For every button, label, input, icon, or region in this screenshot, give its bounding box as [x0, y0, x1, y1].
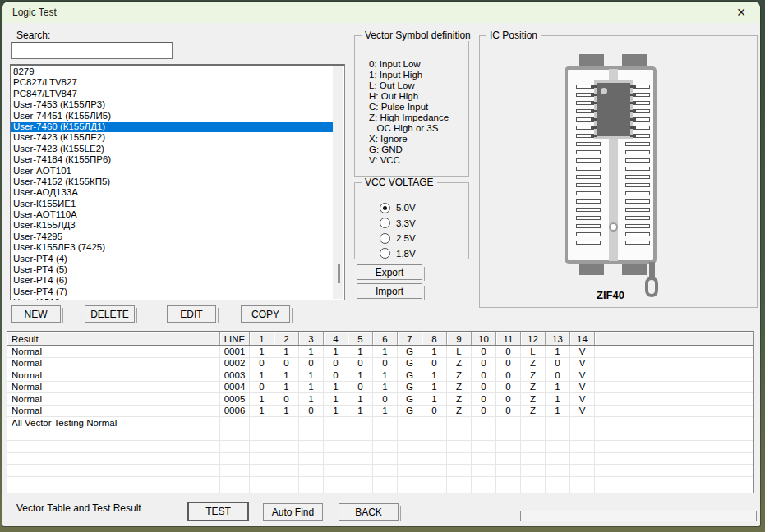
- list-item[interactable]: User-AOT101: [11, 166, 333, 177]
- list-item[interactable]: User-74451 (К155ЛИ5): [11, 111, 333, 122]
- list-item[interactable]: User-РТ4 (6): [11, 275, 333, 286]
- search-input[interactable]: [11, 42, 173, 59]
- pin-cell: [274, 453, 299, 465]
- pin-cell: 1: [299, 382, 324, 393]
- line-cell: [220, 453, 250, 465]
- table-row[interactable]: All Vector Testing Normal: [7, 417, 753, 429]
- list-item[interactable]: User-К155ЛЕ3 (7425): [11, 242, 333, 253]
- pin-cell: [274, 417, 299, 429]
- list-item[interactable]: PC847/LTV847: [11, 89, 333, 99]
- chip-pin-tick: [630, 94, 636, 96]
- close-button[interactable]: ✕: [726, 3, 756, 21]
- table-row[interactable]: [7, 465, 753, 477]
- device-list[interactable]: 8279PC827/LTV827PC847/LTV847User-7453 (К…: [10, 64, 345, 300]
- pin-cell: [546, 417, 570, 429]
- list-item[interactable]: User-7453 (К155ЛР3): [11, 99, 333, 110]
- table-header-cell[interactable]: 2: [274, 332, 299, 345]
- table-header-cell[interactable]: 4: [324, 332, 348, 345]
- radio-option-5v[interactable]: 5.0V: [380, 200, 416, 216]
- radio-option-3v3[interactable]: 3.3V: [380, 216, 416, 232]
- pin-cell: 1: [250, 369, 274, 381]
- table-header-cell[interactable]: 9: [447, 332, 472, 345]
- table-row[interactable]: [7, 453, 753, 466]
- table-row[interactable]: [7, 441, 753, 453]
- list-item[interactable]: User-AOT110A: [11, 209, 333, 220]
- list-scrollbar[interactable]: [333, 66, 343, 299]
- list-item[interactable]: User-К155ЛД3: [11, 220, 333, 231]
- table-header-cell[interactable]: 14: [570, 332, 595, 345]
- table-header-cell[interactable]: 5: [348, 332, 373, 345]
- list-item[interactable]: User-7423 (К155ЛЕ2): [11, 132, 333, 143]
- table-header-cell[interactable]: 3: [299, 332, 324, 345]
- auto-find-button[interactable]: Auto Find: [263, 503, 323, 521]
- list-item[interactable]: PC827/LTV827: [11, 77, 333, 88]
- table-row[interactable]: Normal0001111111G1L00L1V: [7, 346, 753, 358]
- pin-cell: Z: [521, 358, 546, 369]
- chip-pin-tick: [591, 135, 597, 137]
- table-header-cell[interactable]: 12: [521, 332, 546, 345]
- pin-cell: 0: [422, 358, 447, 369]
- edit-button[interactable]: EDIT: [167, 305, 216, 323]
- back-button[interactable]: BACK: [339, 503, 399, 521]
- pin-cell: G: [398, 369, 422, 381]
- import-button[interactable]: Import: [357, 283, 422, 299]
- socket-pin: [625, 216, 650, 220]
- table-header-cell[interactable]: 11: [496, 332, 521, 345]
- pin-cell: 0: [546, 358, 570, 369]
- table-header-cell[interactable]: Result: [7, 332, 220, 345]
- list-item[interactable]: User-74152 (К155КП5): [11, 177, 333, 187]
- pin-cell: [496, 429, 521, 441]
- list-item-clipped[interactable]: User-ИД10: [11, 297, 333, 300]
- pin-cell: L: [447, 346, 472, 357]
- socket-pin: [625, 150, 650, 154]
- pin-cell: [422, 453, 447, 465]
- list-item[interactable]: User-АОД133А: [11, 187, 333, 198]
- table-row[interactable]: [7, 429, 753, 442]
- pin-cell: [299, 441, 324, 452]
- pin-cell: [546, 453, 570, 465]
- table-row[interactable]: Normal0006110111G0Z00Z1V: [7, 406, 753, 418]
- list-item[interactable]: User-К155ИЕ1: [11, 199, 333, 209]
- group-vcc-voltage: VCC VOLTAGE 5.0V 3.3V 2.5V 1.8V: [354, 182, 469, 259]
- list-item[interactable]: User-РТ4 (7): [11, 287, 333, 297]
- table-row[interactable]: Normal0004011101G1Z00Z1V: [7, 382, 753, 394]
- search-label: Search:: [16, 30, 50, 41]
- list-item[interactable]: User-74295: [11, 232, 333, 242]
- table-header-cell[interactable]: LINE: [220, 332, 250, 345]
- pin-cell: [274, 465, 299, 476]
- line-cell: 0006: [220, 406, 250, 417]
- new-button[interactable]: NEW: [11, 305, 61, 323]
- result-cell: Normal: [7, 346, 220, 357]
- pin-cell: Z: [447, 358, 472, 369]
- list-item[interactable]: 8279: [11, 66, 333, 77]
- pin-cell: [398, 465, 422, 476]
- pin-cell: 1: [373, 346, 398, 357]
- table-header-cell[interactable]: 10: [472, 332, 496, 345]
- table-header-cell[interactable]: 6: [373, 332, 398, 345]
- table-row[interactable]: [7, 488, 753, 493]
- radio-option-2v5[interactable]: 2.5V: [380, 231, 416, 246]
- list-item[interactable]: User-РТ4 (4): [11, 254, 333, 264]
- list-item[interactable]: User-РТ4 (5): [11, 264, 333, 275]
- table-row[interactable]: [7, 477, 753, 489]
- list-item[interactable]: User-74184 (К155ПР6): [11, 154, 333, 165]
- socket-pin: [576, 241, 601, 245]
- vector-table[interactable]: ResultLINE1234567891011121314Normal00011…: [7, 331, 754, 493]
- scrollbar-thumb[interactable]: [338, 264, 340, 283]
- list-item[interactable]: User-7423 (К155LE2): [11, 144, 333, 154]
- list-item[interactable]: User-7460 (К155ЛД1): [11, 122, 333, 132]
- table-row[interactable]: Normal0002000000G0Z00Z0V: [7, 358, 753, 370]
- table-row[interactable]: Normal0003111011G1Z00Z0V: [7, 369, 753, 382]
- radio-option-1v8[interactable]: 1.8V: [380, 246, 416, 262]
- table-header-cell[interactable]: 8: [422, 332, 447, 345]
- pin-cell: 0: [472, 406, 496, 417]
- table-header-cell[interactable]: 7: [398, 332, 422, 345]
- radio-icon: [380, 248, 390, 259]
- table-header-cell[interactable]: 13: [546, 332, 570, 345]
- test-button[interactable]: TEST: [187, 502, 249, 521]
- copy-button[interactable]: COPY: [241, 305, 290, 323]
- delete-button[interactable]: DELETE: [85, 305, 135, 323]
- table-header-cell[interactable]: 1: [250, 332, 274, 345]
- table-row[interactable]: Normal0005101110G1Z00Z1V: [7, 393, 753, 406]
- export-button[interactable]: Export: [357, 264, 422, 280]
